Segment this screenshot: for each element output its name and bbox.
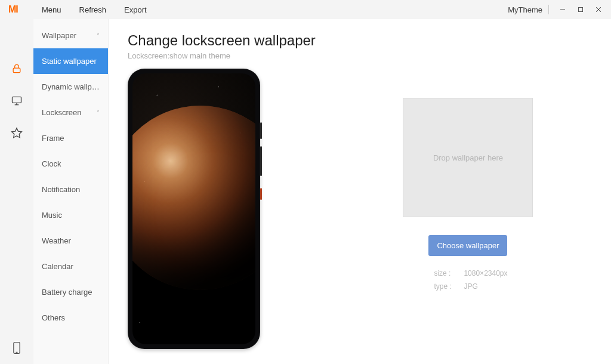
upload-column: Drop wallpaper here Choose wallpaper siz… [344, 32, 592, 351]
menu-bar: Menu Refresh Export [37, 3, 152, 17]
lock-icon [11, 63, 23, 75]
desktop-tab-icon[interactable] [10, 94, 23, 107]
group-wallpaper[interactable]: Wallpaper ˄ [33, 23, 108, 48]
titlebar: MI Menu Refresh Export MyTheme [0, 0, 611, 19]
choose-wallpaper-button[interactable]: Choose wallpaper [428, 235, 507, 256]
close-button[interactable] [591, 2, 606, 17]
sidebar-item-music[interactable]: Music [33, 202, 108, 228]
phone-icon [11, 341, 22, 354]
menu-export[interactable]: Export [119, 3, 152, 17]
preview-column: Change lockscreen wallpaper Lockscreen:s… [128, 32, 316, 351]
phone-screen [132, 73, 255, 344]
svg-rect-9 [14, 342, 20, 353]
divider [548, 5, 549, 14]
sidebar-item-frame[interactable]: Frame [33, 125, 108, 151]
menu-refresh[interactable]: Refresh [75, 3, 112, 17]
meta-type-label: type : [434, 282, 455, 291]
star-tab-icon[interactable] [10, 127, 23, 140]
theme-name: MyTheme [508, 5, 542, 14]
dropzone-label: Drop wallpaper here [433, 153, 503, 162]
chevron-up-icon: ˄ [97, 109, 100, 116]
monitor-icon [11, 95, 23, 107]
page-title: Change lockscreen wallpaper [128, 32, 316, 49]
svg-rect-4 [13, 68, 20, 73]
maximize-icon [578, 7, 584, 13]
lock-tab-icon[interactable] [10, 62, 23, 75]
star-icon [11, 127, 23, 139]
phone-side-button [260, 188, 262, 200]
group-lockscreen[interactable]: Lockscreen ˄ [33, 100, 108, 125]
sidebar-item-calendar[interactable]: Calendar [33, 254, 108, 279]
wallpaper-meta: size : 1080×2340px type : JPG [403, 269, 533, 295]
sidebar-item-battery[interactable]: Battery charge [33, 279, 108, 305]
sidebar-item-clock[interactable]: Clock [33, 151, 108, 177]
mi-logo: MI [8, 4, 30, 15]
chevron-up-icon: ˄ [97, 32, 100, 39]
sidebar-item-notification[interactable]: Notification [33, 177, 108, 202]
phone-preview [128, 69, 260, 349]
page-subtitle: Lockscreen:show main theme [128, 51, 316, 60]
svg-rect-5 [13, 97, 21, 103]
close-icon [595, 7, 601, 13]
meta-type-value: JPG [464, 282, 477, 291]
wallpaper-planet [132, 106, 255, 290]
svg-rect-1 [579, 8, 583, 12]
device-tab-icon[interactable] [10, 341, 23, 354]
minimize-button[interactable] [555, 2, 570, 17]
main-content: Change lockscreen wallpaper Lockscreen:s… [109, 19, 611, 364]
group-label: Lockscreen [42, 108, 81, 117]
group-label: Wallpaper [42, 31, 76, 40]
menu-menu[interactable]: Menu [37, 3, 66, 17]
wallpaper-dropzone[interactable]: Drop wallpaper here [403, 98, 533, 217]
maximize-button[interactable] [573, 2, 588, 17]
minimize-icon [560, 7, 566, 13]
meta-size-value: 1080×2340px [464, 269, 507, 277]
titlebar-right: MyTheme [508, 2, 606, 17]
iconbar [0, 19, 33, 364]
svg-marker-8 [12, 128, 22, 138]
side-panel: Wallpaper ˄ Static wallpaper Dynamic wal… [33, 19, 109, 364]
sidebar-item-others[interactable]: Others [33, 305, 108, 331]
phone-side-button [260, 122, 262, 139]
sidebar-item-dynamic-wallpaper[interactable]: Dynamic wallpap… [33, 74, 108, 100]
body: Wallpaper ˄ Static wallpaper Dynamic wal… [0, 19, 611, 364]
sidebar-item-weather[interactable]: Weather [33, 228, 108, 254]
sidebar-item-static-wallpaper[interactable]: Static wallpaper [33, 48, 108, 74]
app-window: MI Menu Refresh Export MyTheme [0, 0, 611, 364]
meta-size-label: size : [434, 269, 455, 277]
phone-side-button [260, 146, 262, 176]
